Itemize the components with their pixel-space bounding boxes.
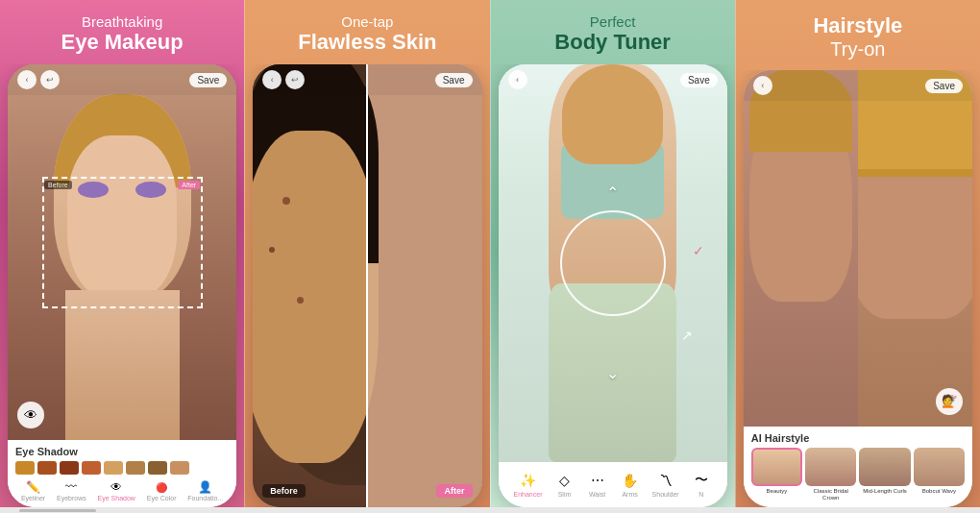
card-1-photo-area: Before After 👁 bbox=[8, 64, 236, 440]
hairstyle-thumb-3[interactable]: Mid-Length Curls bbox=[859, 448, 910, 501]
card-1-tools-row: ✏️ Eyeliner 〰 Eyebrows 👁 Eye Shadow � bbox=[15, 480, 229, 501]
card-1-title: Eye Makeup bbox=[10, 30, 234, 55]
check-mark-icon: ✓ bbox=[693, 243, 704, 258]
swatch-4[interactable] bbox=[82, 461, 101, 475]
swatch-5[interactable] bbox=[104, 461, 123, 475]
card-3-phone-mockup: ‹ Save bbox=[499, 64, 727, 507]
card-1-back-btn[interactable]: ‹ bbox=[17, 70, 37, 89]
card-3-phone-area: ‹ Save bbox=[491, 64, 735, 507]
eyeshadow-label: Eye Shadow bbox=[98, 495, 135, 501]
tool-neck[interactable]: 〜 N bbox=[691, 472, 712, 498]
scrollbar bbox=[0, 507, 980, 513]
card-3-photo-area: ⌃ ⌄ ↗ ✓ bbox=[499, 64, 727, 462]
card-2-after-side bbox=[367, 64, 481, 507]
swatch-7[interactable] bbox=[148, 461, 167, 475]
tool-enhancer[interactable]: ✨ Enhancer bbox=[514, 472, 543, 498]
card-3-title: Body Tuner bbox=[501, 30, 725, 55]
hairstyle-img-1 bbox=[751, 448, 802, 486]
card-hairstyle: Hairstyle Try-on ‹ Save bbox=[735, 0, 980, 507]
arms-label: Arms bbox=[622, 491, 637, 498]
card-1-eye-icon[interactable]: 👁 bbox=[17, 402, 44, 428]
card-3-header: Perfect Body Tuner bbox=[491, 0, 735, 64]
card-3-phone-bottom: ✨ Enhancer ◇ Slim ⋯ Waist ✋ bbox=[499, 462, 727, 507]
neck-label: N bbox=[698, 491, 703, 498]
card-1-after-badge: After bbox=[178, 181, 200, 189]
card-4-save-btn[interactable]: Save bbox=[925, 79, 963, 93]
swatch-2[interactable] bbox=[37, 461, 57, 475]
eyecolor-icon: 🔴 bbox=[153, 480, 170, 494]
card-4-hair-icon[interactable]: 💇 bbox=[936, 388, 963, 415]
neck-icon: 〜 bbox=[691, 472, 712, 489]
card-1-feature-label: Eye Shadow bbox=[15, 446, 229, 457]
hairstyle-img-3 bbox=[859, 448, 910, 486]
card-1-swatches-row bbox=[15, 461, 229, 475]
card-2-subtitle: One-tap bbox=[255, 13, 479, 30]
tool-arms[interactable]: ✋ Arms bbox=[620, 472, 641, 498]
eyebrows-label: Eyebrows bbox=[57, 495, 86, 501]
card-2-phone-topbar: ‹ ↩ Save bbox=[253, 64, 481, 95]
card-3-subtitle: Perfect bbox=[501, 13, 725, 30]
card-3-phone-topbar: ‹ Save bbox=[499, 64, 727, 95]
card-4-title: Try-on bbox=[746, 38, 970, 61]
card-4-photo-area: 💇 bbox=[744, 70, 972, 427]
card-4-phone-area: ‹ Save bbox=[736, 70, 980, 507]
card-4-back-btn[interactable]: ‹ bbox=[753, 76, 772, 95]
hairstyle-label-4: Bobcut Wavy bbox=[922, 488, 956, 495]
swatch-8[interactable] bbox=[170, 461, 189, 475]
card-1-phone-mockup: ‹ ↩ Save bbox=[8, 64, 236, 507]
card-1-subtitle: Breathtaking bbox=[10, 13, 234, 30]
tool-waist[interactable]: ⋯ Waist bbox=[587, 472, 608, 498]
hairstyle-img-2 bbox=[805, 448, 856, 486]
tool-shoulder[interactable]: 〽 Shoulder bbox=[652, 472, 679, 498]
tool-slim[interactable]: ◇ Slim bbox=[554, 472, 576, 498]
card-1-header: Breathtaking Eye Makeup bbox=[0, 0, 244, 64]
card-2-after-label: After bbox=[436, 484, 472, 498]
arrow-up-icon: ⌃ bbox=[606, 183, 619, 202]
card-flawless-skin: One-tap Flawless Skin ‹ ↩ Save bbox=[244, 0, 489, 507]
card-1-save-btn[interactable]: Save bbox=[189, 73, 227, 87]
arms-icon: ✋ bbox=[620, 472, 641, 489]
card-3-save-btn[interactable]: Save bbox=[680, 73, 718, 87]
eyeliner-icon: ✏️ bbox=[25, 480, 42, 494]
hairstyle-thumb-2[interactable]: Classic Bridal Crown bbox=[805, 448, 856, 501]
hairstyle-thumb-1[interactable]: Beautyy bbox=[751, 448, 802, 501]
swatch-1[interactable] bbox=[15, 461, 35, 475]
tool-eyeshadow[interactable]: 👁 Eye Shadow bbox=[98, 480, 135, 501]
foundation-label: Foundatio... bbox=[187, 495, 223, 501]
card-3-back-btn[interactable]: ‹ bbox=[508, 70, 527, 89]
eyecolor-label: Eye Color bbox=[147, 495, 177, 501]
card-2-phone-area: ‹ ↩ Save bbox=[245, 64, 489, 507]
card-3-body-tools: ✨ Enhancer ◇ Slim ⋯ Waist ✋ bbox=[506, 468, 720, 501]
hairstyle-thumb-4[interactable]: Bobcut Wavy bbox=[914, 448, 965, 501]
waist-label: Waist bbox=[589, 491, 605, 498]
foundation-icon: 👤 bbox=[197, 480, 214, 494]
scrollbar-thumb[interactable] bbox=[19, 509, 96, 512]
card-1-phone-area: ‹ ↩ Save bbox=[0, 64, 244, 507]
card-2-back-btn[interactable]: ‹ bbox=[262, 70, 282, 89]
card-1-undo-btn[interactable]: ↩ bbox=[40, 70, 60, 89]
tool-eyebrows[interactable]: 〰 Eyebrows bbox=[57, 480, 86, 501]
tool-eyecolor[interactable]: 🔴 Eye Color bbox=[147, 480, 177, 501]
card-1-phone-bottom: Eye Shadow ✏️ Eyeliner bbox=[8, 440, 236, 507]
eyeshadow-icon: 👁 bbox=[108, 480, 125, 494]
card-4-subtitle: Hairstyle bbox=[746, 13, 970, 38]
card-4-phone-topbar: ‹ Save bbox=[744, 70, 972, 101]
slim-label: Slim bbox=[558, 491, 572, 498]
swatch-6[interactable] bbox=[126, 461, 145, 475]
slim-icon: ◇ bbox=[554, 472, 576, 489]
swatch-3[interactable] bbox=[60, 461, 79, 475]
card-2-undo-btn[interactable]: ↩ bbox=[285, 70, 305, 89]
shoulder-label: Shoulder bbox=[652, 491, 679, 498]
tool-eyeliner[interactable]: ✏️ Eyeliner bbox=[21, 480, 45, 501]
card-2-photo-area: Before After bbox=[253, 64, 481, 507]
card-body-tuner: Perfect Body Tuner ‹ Save bbox=[490, 0, 735, 507]
enhancer-label: Enhancer bbox=[514, 491, 543, 498]
card-2-before-label: Before bbox=[262, 484, 306, 498]
card-4-nav-left: ‹ bbox=[753, 76, 772, 95]
card-2-nav-left: ‹ ↩ bbox=[262, 70, 305, 89]
card-2-before-after: Before After bbox=[253, 64, 481, 507]
tool-foundation[interactable]: 👤 Foundatio... bbox=[187, 480, 223, 501]
card-1-selection-box bbox=[42, 177, 203, 308]
card-2-save-btn[interactable]: Save bbox=[435, 73, 473, 87]
card-3-nav-left: ‹ bbox=[508, 70, 527, 89]
